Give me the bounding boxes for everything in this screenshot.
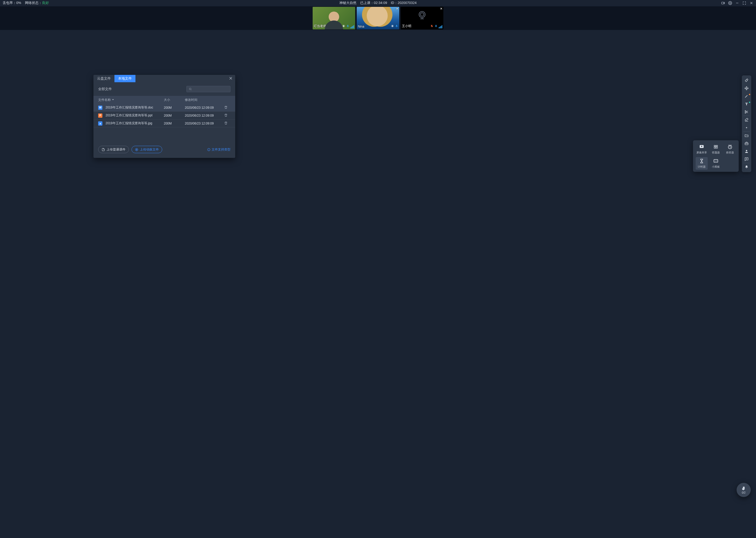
col-size-label[interactable]: 大小 bbox=[164, 98, 185, 102]
svg-text:B: B bbox=[717, 145, 717, 146]
color-indicator-icon bbox=[749, 94, 750, 95]
tool-text[interactable] bbox=[742, 100, 751, 108]
file-time: 2020/06/23 12:09:09 bbox=[185, 106, 224, 110]
raise-hand-button[interactable]: 0/2 bbox=[736, 483, 751, 497]
tab-cloud-files[interactable]: 云盘文件 bbox=[93, 75, 115, 82]
file-table-header: 文件名称 大小 修改时间 bbox=[93, 96, 235, 104]
svg-point-5 bbox=[343, 26, 344, 27]
tool-participants[interactable] bbox=[742, 147, 751, 155]
right-toolbar bbox=[742, 76, 751, 172]
file-time: 2020/06/23 12:09:09 bbox=[185, 122, 224, 125]
file-size: 200M bbox=[164, 106, 185, 110]
mic-icon bbox=[435, 25, 438, 28]
svg-text:2+3: 2+3 bbox=[715, 160, 717, 162]
mic-icon bbox=[395, 25, 398, 28]
sort-caret-icon[interactable] bbox=[112, 98, 114, 102]
svg-point-18 bbox=[189, 88, 191, 90]
tool-chat[interactable] bbox=[742, 155, 751, 163]
upload-animated-button[interactable]: 上传动效文件 bbox=[131, 146, 162, 153]
buzzer-icon bbox=[726, 144, 734, 150]
camera-off-icon bbox=[417, 10, 427, 22]
search-input[interactable] bbox=[186, 86, 230, 92]
svg-rect-10 bbox=[397, 25, 397, 27]
tool-bell[interactable] bbox=[742, 163, 751, 171]
video-tile-student-2[interactable]: ✕ 王小明 bbox=[401, 7, 443, 29]
file-row[interactable]: W 2019年工作汇报情况查询等等.doc 200M 2020/06/23 12… bbox=[93, 104, 235, 112]
supported-types-link[interactable]: 文件支持类型 bbox=[207, 147, 230, 152]
camera-icon bbox=[342, 25, 345, 28]
tool-timer[interactable]: 计时器 bbox=[696, 157, 708, 170]
delete-icon[interactable] bbox=[224, 121, 230, 126]
dialog-tabs: 云盘文件 本地文件 bbox=[93, 75, 235, 82]
video-strip: 叮当老师 ✕ Nina ✕ 王小明 bbox=[0, 6, 756, 30]
record-icon[interactable] bbox=[721, 1, 725, 5]
file-size: 200M bbox=[164, 122, 185, 125]
color-indicator-icon bbox=[749, 102, 750, 103]
svg-point-35 bbox=[746, 150, 747, 151]
svg-text:A: A bbox=[715, 145, 715, 146]
tool-folder[interactable] bbox=[742, 132, 751, 139]
all-files-label: 全部文件 bbox=[98, 87, 184, 91]
tool-laser-pointer[interactable] bbox=[742, 77, 751, 84]
svg-point-1 bbox=[730, 2, 731, 3]
video-tile-student-1[interactable]: ✕ Nina bbox=[357, 7, 399, 29]
file-name: 2019年工作汇报情况查询等等.jpg bbox=[106, 121, 152, 126]
file-time: 2020/06/23 12:09:09 bbox=[185, 114, 224, 117]
file-row[interactable]: P 2019年工作汇报情况查询等等.ppt 200M 2020/06/23 12… bbox=[93, 112, 235, 120]
tab-local-files[interactable]: 本地文件 bbox=[115, 75, 135, 82]
file-size: 200M bbox=[164, 114, 185, 117]
teaching-tools-popover: 屏幕共享 AB 答题器 抢答器 计时器 2+3 小黑板 bbox=[693, 140, 739, 172]
upload-normal-button[interactable]: 上传普通课件 bbox=[98, 146, 129, 153]
tool-pen[interactable] bbox=[742, 92, 751, 100]
close-icon[interactable] bbox=[749, 1, 753, 5]
svg-point-25 bbox=[745, 112, 746, 113]
video-tile-teacher[interactable]: 叮当老师 bbox=[313, 7, 355, 29]
answerer-icon: AB bbox=[712, 144, 720, 150]
tool-brightness[interactable] bbox=[742, 124, 751, 132]
tool-answerer[interactable]: AB 答题器 bbox=[710, 143, 722, 155]
col-name-label[interactable]: 文件名称 bbox=[98, 98, 111, 102]
raise-hand-count: 0/2 bbox=[742, 491, 745, 494]
tool-toolbox[interactable] bbox=[742, 139, 751, 147]
delete-icon[interactable] bbox=[224, 106, 230, 110]
signal-bars-icon bbox=[439, 25, 442, 28]
participant-name: 叮当老师 bbox=[314, 24, 326, 28]
file-type-icon: P bbox=[98, 114, 102, 118]
signal-bars-icon bbox=[351, 25, 354, 28]
svg-point-24 bbox=[745, 111, 746, 112]
minimize-icon[interactable] bbox=[735, 1, 739, 5]
fullscreen-icon[interactable] bbox=[742, 1, 746, 5]
file-row[interactable]: ▲ 2019年工作汇报情况查询等等.jpg 200M 2020/06/23 12… bbox=[93, 120, 235, 128]
packet-loss: 丢包率：0% bbox=[3, 1, 21, 5]
tile-close-icon[interactable]: ✕ bbox=[396, 7, 399, 11]
tool-screen-share[interactable]: 屏幕共享 bbox=[696, 143, 708, 155]
file-type-icon: W bbox=[98, 106, 102, 110]
tool-move[interactable] bbox=[742, 84, 751, 92]
info-icon bbox=[207, 148, 211, 151]
tool-blackboard[interactable]: 2+3 小黑板 bbox=[710, 157, 722, 170]
gear-icon[interactable] bbox=[728, 1, 732, 5]
file-rows: W 2019年工作汇报情况查询等等.doc 200M 2020/06/23 12… bbox=[93, 104, 235, 128]
svg-line-19 bbox=[191, 89, 191, 90]
col-time-label[interactable]: 修改时间 bbox=[185, 98, 224, 102]
svg-rect-0 bbox=[722, 2, 724, 4]
search-icon bbox=[189, 87, 192, 91]
dialog-close-icon[interactable] bbox=[228, 76, 233, 81]
timer-icon bbox=[698, 158, 705, 164]
tool-buzzer[interactable]: 抢答器 bbox=[724, 143, 736, 155]
class-title: 神秘大自然 bbox=[339, 1, 356, 5]
tile-close-icon[interactable]: ✕ bbox=[440, 7, 443, 11]
mic-icon bbox=[346, 25, 350, 28]
tool-eraser[interactable] bbox=[742, 116, 751, 124]
delete-icon[interactable] bbox=[224, 114, 230, 118]
document-icon bbox=[102, 148, 105, 151]
camera-icon bbox=[391, 25, 394, 28]
svg-point-12 bbox=[419, 12, 425, 18]
file-dialog: 云盘文件 本地文件 全部文件 文件名称 大小 修改时间 W 2019年工作汇报情… bbox=[93, 75, 235, 158]
play-circle-icon bbox=[135, 148, 138, 151]
svg-point-28 bbox=[746, 127, 747, 128]
screen-share-icon bbox=[698, 144, 705, 150]
network-status: 网络状态：良好 bbox=[25, 1, 49, 5]
file-name: 2019年工作汇报情况查询等等.doc bbox=[106, 105, 153, 110]
tool-scissors[interactable] bbox=[742, 108, 751, 116]
